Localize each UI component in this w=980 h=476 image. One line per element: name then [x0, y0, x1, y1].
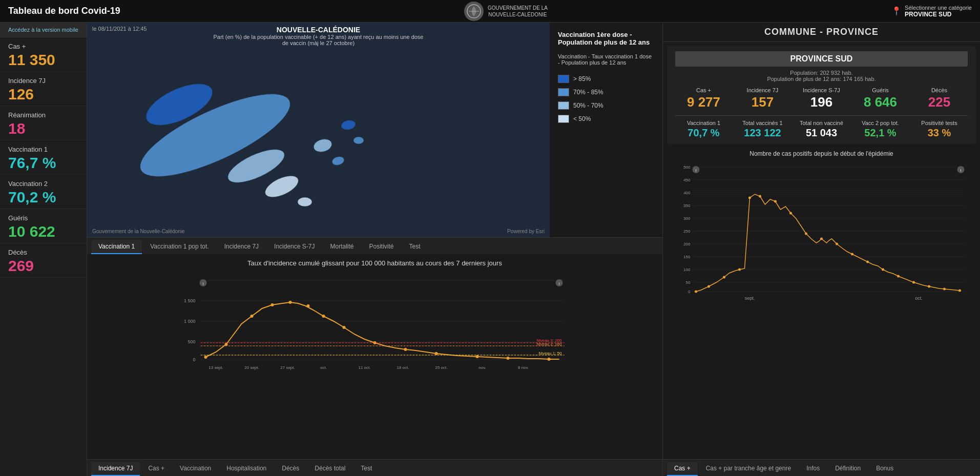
tab-bottom-incidence7j[interactable]: Incidence 7J: [91, 462, 140, 476]
header-logo: GOUVERNEMENT DE LA NOUVELLE-CALÉDONIE: [464, 2, 548, 21]
category-selector[interactable]: 📍 Sélectionner une catégorie PROVINCE SU…: [891, 5, 972, 18]
svg-text:nov.: nov.: [478, 365, 486, 370]
tab-incidence7j[interactable]: Incidence 7J: [217, 240, 266, 254]
svg-point-97: [928, 285, 930, 288]
svg-point-32: [343, 326, 346, 329]
svg-point-9: [353, 137, 364, 144]
stat-value-deces: 269: [8, 257, 80, 274]
svg-point-6: [312, 137, 333, 154]
tab-mortalite[interactable]: Mortalité: [323, 240, 361, 254]
legend-label-4: < 50%: [573, 115, 591, 122]
tab-right-definition[interactable]: Définition: [828, 462, 868, 476]
logo-icon: [464, 2, 484, 21]
tab-right-cas-tranche[interactable]: Cas + par tranche âge et genre: [699, 462, 798, 476]
svg-text:200: 200: [683, 242, 691, 246]
province-section: PROVINCE SUD Population: 202 932 hab. Po…: [667, 46, 976, 144]
tab-bottom-deces[interactable]: Décès: [275, 462, 306, 476]
svg-point-37: [507, 357, 510, 360]
svg-text:13 sept.: 13 sept.: [208, 365, 223, 370]
stat-cas-plus: Cas + 11 350: [0, 37, 87, 72]
page-title: Tableau de bord Covid-19: [8, 6, 120, 16]
province-stats-row2: Vaccination 1 70,7 % Total vaccinés 1 12…: [675, 115, 968, 139]
svg-text:1 000: 1 000: [184, 319, 196, 324]
svg-text:1 500: 1 500: [184, 298, 196, 303]
svg-text:500: 500: [683, 165, 691, 170]
tab-positivite[interactable]: Positivité: [362, 240, 401, 254]
tab-bottom-test[interactable]: Test: [353, 462, 379, 476]
legend-title: Vaccination 1ère dose - Population de pl…: [558, 31, 654, 46]
right-chart-svg: 0 50 100 150 200 250 300 350 400 450 500…: [667, 159, 976, 303]
svg-point-25: [204, 356, 207, 359]
svg-point-95: [897, 275, 900, 278]
province-population: Population: 202 932 hab. Population de p…: [675, 70, 968, 82]
stat-label-incidence: Incidence 7J: [8, 77, 80, 85]
pstat-deces: Décès 225: [911, 87, 968, 110]
pstat-vax2-pop: Vacc 2 pop tot. 52,1 %: [852, 120, 909, 139]
pstat-gueris: Guéris 8 646: [852, 87, 909, 110]
stat-value-incidence: 126: [8, 86, 80, 102]
tab-right-cas[interactable]: Cas +: [667, 462, 698, 476]
svg-point-38: [548, 358, 551, 361]
legend-color-4: [558, 115, 569, 123]
pstat-cas: Cas + 9 277: [675, 87, 732, 110]
pstat-incidence7j: Incidence 7J 157: [734, 87, 791, 110]
map-container: le 08/11/2021 à 12:45 NOUVELLE-CALÉDONIE…: [87, 23, 550, 237]
svg-point-98: [943, 288, 946, 291]
map-area: le 08/11/2021 à 12:45 NOUVELLE-CALÉDONIE…: [87, 23, 662, 238]
svg-text:0: 0: [688, 289, 691, 294]
svg-text:18 oct.: 18 oct.: [397, 365, 409, 370]
stat-vaccination1: Vaccination 1 76,7 %: [0, 140, 87, 175]
tab-bottom-cas[interactable]: Cas +: [141, 462, 172, 476]
svg-point-81: [695, 291, 697, 293]
stat-deces: Décès 269: [0, 243, 87, 278]
svg-point-84: [738, 268, 741, 271]
legend-subtitle: Vaccination - Taux vaccination 1 dose - …: [558, 53, 654, 66]
svg-text:50: 50: [686, 280, 691, 285]
svg-point-35: [435, 352, 438, 355]
location-icon: 📍: [891, 6, 902, 16]
select-value: PROVINCE SUD: [905, 11, 972, 18]
tab-vaccination1-pop[interactable]: Vaccination 1 pop tot.: [143, 240, 216, 254]
stat-gueris: Guéris 10 622: [0, 209, 87, 243]
stat-value-vax1: 76,7 %: [8, 154, 80, 171]
svg-point-89: [805, 233, 807, 235]
legend-item-2: 70% - 85%: [558, 88, 654, 96]
svg-point-26: [225, 343, 228, 346]
stat-reanimation: Réanimation 18: [0, 106, 87, 140]
tab-bottom-vaccination[interactable]: Vaccination: [173, 462, 218, 476]
svg-point-5: [262, 172, 302, 202]
svg-point-87: [774, 200, 777, 203]
stat-value-gueris: 10 622: [8, 223, 80, 240]
center-tabs-top: Vaccination 1 Vaccination 1 pop tot. Inc…: [87, 238, 662, 254]
svg-point-86: [759, 195, 761, 198]
map-powered: Powered by Esri: [507, 229, 545, 234]
svg-point-28: [271, 303, 274, 306]
svg-text:sept.: sept.: [745, 296, 755, 301]
right-header: COMMUNE - PROVINCE: [663, 23, 980, 42]
svg-text:25 oct.: 25 oct.: [435, 365, 447, 370]
tab-test[interactable]: Test: [402, 240, 428, 254]
legend-color-1: [558, 75, 569, 83]
svg-text:Niveau 1: 50: Niveau 1: 50: [539, 351, 562, 356]
top-header: Tableau de bord Covid-19 GOUVERNEMENT DE…: [0, 0, 980, 23]
svg-text:300: 300: [683, 216, 691, 221]
tab-bottom-deces-total[interactable]: Décès total: [307, 462, 352, 476]
legend-color-2: [558, 88, 569, 96]
legend-item-3: 50% - 70%: [558, 101, 654, 110]
svg-point-91: [836, 243, 838, 245]
stat-label-rea: Réanimation: [8, 111, 80, 119]
tab-bottom-hospitalisation[interactable]: Hospitalisation: [219, 462, 274, 476]
stat-value-rea: 18: [8, 120, 80, 137]
mobile-version-button[interactable]: Accédez à la version mobile: [0, 23, 87, 37]
svg-point-31: [322, 315, 325, 318]
svg-text:i: i: [203, 281, 204, 286]
tab-right-infos[interactable]: Infos: [799, 462, 827, 476]
tab-vaccination1[interactable]: Vaccination 1: [91, 240, 142, 254]
stat-label-gueris: Guéris: [8, 214, 80, 222]
stat-value-vax2: 70,2 %: [8, 189, 80, 205]
tab-right-bonus[interactable]: Bonus: [869, 462, 901, 476]
right-chart-title: Nombre de cas positifs depuis le début d…: [667, 150, 976, 157]
tab-incidences7j[interactable]: Incidence S-7J: [267, 240, 322, 254]
province-title: PROVINCE SUD: [675, 51, 968, 67]
legend-label-1: > 85%: [573, 75, 591, 82]
